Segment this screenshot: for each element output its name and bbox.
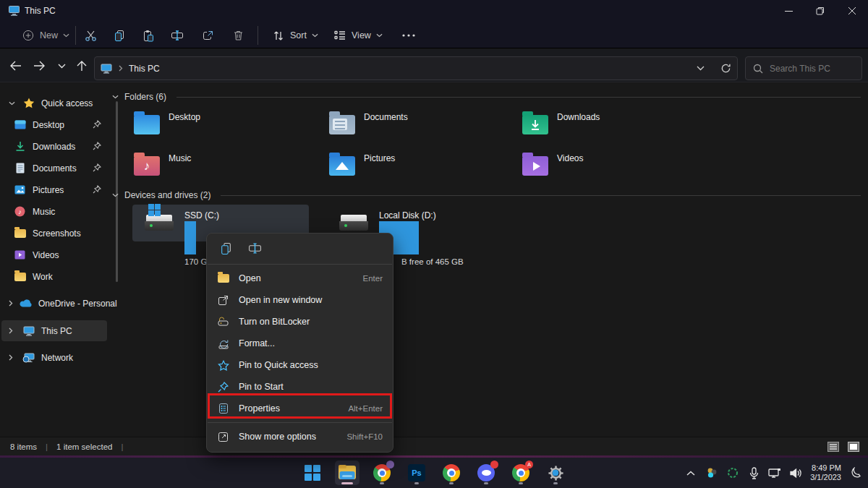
menu-item-label: Properties xyxy=(239,403,280,414)
menu-divider xyxy=(208,264,392,265)
explorer-window: This PC New Sort View This PC xyxy=(0,0,868,455)
breadcrumb[interactable]: This PC xyxy=(129,64,160,74)
folder-tile-pictures[interactable]: Pictures xyxy=(329,150,510,183)
cut-button[interactable] xyxy=(80,25,101,46)
format-drive-icon xyxy=(217,338,229,350)
recent-locations-button[interactable] xyxy=(51,56,72,76)
windows-logo-icon xyxy=(148,204,161,216)
sidebar-item-documents[interactable]: Documents xyxy=(1,158,107,179)
sidebar-item-music[interactable]: ♪ Music xyxy=(1,201,107,222)
folder-tile-music[interactable]: ♪ Music xyxy=(134,150,315,183)
drives-section-header[interactable]: Devices and drives (2) xyxy=(112,190,861,200)
menu-item-bitlocker[interactable]: Turn on BitLocker xyxy=(210,311,390,333)
tray-app-icon-1[interactable] xyxy=(705,466,718,479)
taskbar-chrome-2[interactable] xyxy=(439,461,464,485)
microphone-icon[interactable] xyxy=(747,466,760,479)
start-button[interactable] xyxy=(300,461,325,485)
share-button[interactable] xyxy=(197,25,218,46)
view-label: View xyxy=(352,30,371,40)
sidebar-item-desktop[interactable]: Desktop xyxy=(1,114,107,135)
rename-icon xyxy=(171,29,184,42)
folder-tile-downloads[interactable]: Downloads xyxy=(522,108,703,142)
folder-tile-documents[interactable]: Documents xyxy=(329,108,510,142)
sidebar-item-quick-access[interactable]: Quick access xyxy=(1,93,107,114)
menu-item-format[interactable]: Format... xyxy=(210,333,390,354)
sort-button[interactable]: Sort xyxy=(268,25,323,46)
sidebar-item-screenshots[interactable]: Screenshots xyxy=(1,223,107,244)
sidebar-item-videos[interactable]: Videos xyxy=(1,244,107,265)
taskbar-clock[interactable]: 8:49 PM 3/1/2023 xyxy=(810,463,841,482)
taskbar-photoshop[interactable]: Ps xyxy=(404,461,429,485)
chevron-down-icon[interactable] xyxy=(9,101,16,106)
see-more-button[interactable] xyxy=(398,25,420,46)
address-bar[interactable]: This PC xyxy=(94,56,738,80)
menu-item-open-new-window[interactable]: Open in new window xyxy=(210,289,390,311)
sidebar-item-label: Videos xyxy=(33,250,59,260)
menu-item-open[interactable]: Open Enter xyxy=(210,267,390,289)
sidebar-item-downloads[interactable]: Downloads xyxy=(1,136,107,157)
tray-app-icon-2[interactable] xyxy=(726,466,739,479)
paste-button[interactable] xyxy=(137,25,159,46)
back-button[interactable] xyxy=(6,56,26,76)
folder-tile-videos[interactable]: Videos xyxy=(522,150,703,183)
desktop-icon xyxy=(14,119,26,131)
copy-icon[interactable] xyxy=(220,242,232,255)
copy-button[interactable] xyxy=(109,25,130,46)
menu-item-properties[interactable]: Properties Alt+Enter xyxy=(210,398,390,419)
menu-shortcut: Shift+F10 xyxy=(346,432,383,441)
folder-label: Music xyxy=(169,153,191,183)
taskbar-settings[interactable] xyxy=(543,461,568,485)
menu-item-show-more-options[interactable]: Show more options Shift+F10 xyxy=(210,426,390,448)
chevron-right-icon[interactable] xyxy=(9,328,16,334)
sidebar-item-pictures[interactable]: Pictures xyxy=(1,179,107,200)
display-device-icon[interactable] xyxy=(768,466,781,479)
drive-info: B free of 465 GB xyxy=(401,257,464,266)
documents-folder-icon xyxy=(329,115,355,134)
show-more-options-icon xyxy=(217,431,229,443)
taskbar-chrome-3[interactable]: A xyxy=(509,461,533,485)
restore-button[interactable] xyxy=(804,0,836,22)
up-button[interactable] xyxy=(72,56,92,76)
do-not-disturb-moon-icon[interactable] xyxy=(849,466,862,479)
music-icon: ♪ xyxy=(14,206,26,218)
forward-button[interactable] xyxy=(29,56,49,76)
chevron-down-icon[interactable] xyxy=(112,193,119,197)
file-explorer-icon xyxy=(338,465,357,481)
address-dropdown-icon[interactable] xyxy=(697,66,705,71)
minimize-button[interactable] xyxy=(773,0,804,22)
chevron-right-icon[interactable] xyxy=(9,300,13,307)
taskbar-discord[interactable] xyxy=(474,461,498,485)
menu-item-label: Turn on BitLocker xyxy=(239,317,310,327)
menu-item-label: Pin to Quick access xyxy=(239,360,318,370)
selection-count: 1 item selected xyxy=(56,442,112,451)
sidebar-item-work[interactable]: Work xyxy=(1,266,107,287)
folder-tile-desktop[interactable]: Desktop xyxy=(134,108,315,142)
chevron-right-icon[interactable] xyxy=(9,354,16,361)
sidebar-item-onedrive[interactable]: OneDrive - Personal xyxy=(1,293,107,314)
search-box[interactable] xyxy=(745,56,862,80)
details-view-button[interactable] xyxy=(826,440,841,453)
refresh-icon[interactable] xyxy=(720,63,731,74)
sidebar-item-this-pc[interactable]: This PC xyxy=(1,320,107,341)
taskbar-chrome-profile-1[interactable] xyxy=(370,461,394,485)
folder-icon xyxy=(217,273,229,285)
search-input[interactable] xyxy=(770,64,849,74)
close-button[interactable] xyxy=(836,0,868,22)
music-folder-icon: ♪ xyxy=(134,156,160,176)
menu-item-pin-quick-access[interactable]: Pin to Quick access xyxy=(210,354,390,376)
rename-button[interactable] xyxy=(166,25,188,46)
download-icon xyxy=(14,141,26,153)
new-button[interactable]: New xyxy=(17,25,74,46)
folders-section-header[interactable]: Folders (6) xyxy=(112,92,861,102)
chevron-down-icon[interactable] xyxy=(112,95,119,99)
delete-button[interactable] xyxy=(227,25,249,46)
volume-icon[interactable] xyxy=(789,466,802,479)
view-button[interactable]: View xyxy=(329,25,387,46)
menu-item-pin-start[interactable]: Pin to Start xyxy=(210,376,390,398)
drive-name: SSD (C:) xyxy=(184,210,219,221)
large-icons-view-button[interactable] xyxy=(846,440,861,453)
taskbar-file-explorer[interactable] xyxy=(335,461,359,485)
sidebar-item-network[interactable]: Network xyxy=(1,347,107,368)
rename-icon[interactable] xyxy=(248,242,262,255)
tray-overflow-chevron-icon[interactable] xyxy=(684,466,697,479)
